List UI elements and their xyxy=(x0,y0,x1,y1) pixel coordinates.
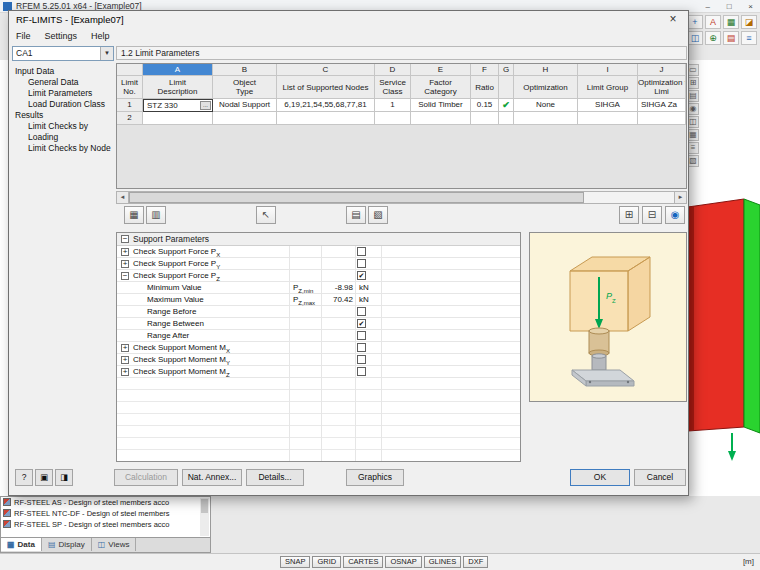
dxf-toggle[interactable]: DXF xyxy=(463,556,488,568)
checkbox[interactable] xyxy=(357,307,366,316)
column-letter-g[interactable]: G xyxy=(499,64,514,76)
module-scrollbar[interactable] xyxy=(200,498,209,536)
national-annex-button[interactable]: Nat. Annex... xyxy=(182,469,242,486)
column-letter-a[interactable]: A xyxy=(143,64,213,76)
tab-views[interactable]: ◫Views xyxy=(92,538,137,551)
maximize-button[interactable]: □ xyxy=(720,1,739,14)
cancel-button[interactable]: Cancel xyxy=(634,469,686,486)
checkbox-checked[interactable]: ✔ xyxy=(357,319,366,328)
column-letter-d[interactable]: D xyxy=(375,64,411,76)
details-button[interactable]: Details... xyxy=(246,469,304,486)
checkbox[interactable] xyxy=(357,355,366,364)
expand-toggle[interactable]: − xyxy=(121,235,129,243)
expand-toggle[interactable]: + xyxy=(121,260,129,268)
remove-limit-button[interactable]: ⊟ xyxy=(642,206,662,224)
chevron-down-icon[interactable]: ▼ xyxy=(100,47,113,60)
menu-help[interactable]: Help xyxy=(84,31,117,41)
empty-cell[interactable] xyxy=(277,112,375,125)
scrollbar-thumb[interactable] xyxy=(129,192,584,203)
nav-section-results[interactable]: Results xyxy=(11,110,115,121)
cell-optimization[interactable]: None xyxy=(514,99,578,112)
units-button[interactable]: ▣ xyxy=(35,469,53,486)
scroll-left-arrow[interactable]: ◄ xyxy=(117,192,129,203)
empty-cell[interactable] xyxy=(638,112,686,125)
dialog-titlebar[interactable]: RF-LIMITS - [Example07] xyxy=(9,11,688,29)
column-letter-h[interactable]: H xyxy=(514,64,578,76)
eye-icon[interactable]: ◉ xyxy=(665,206,685,224)
table-horizontal-scrollbar[interactable]: ◄ ► xyxy=(116,191,687,204)
checkbox-checked[interactable]: ✔ xyxy=(357,271,366,280)
empty-cell[interactable] xyxy=(375,112,411,125)
panel-icon[interactable]: ◫ xyxy=(687,31,703,45)
info-button[interactable]: ? xyxy=(15,469,33,486)
cell-ratio[interactable]: 0.15 xyxy=(471,99,499,112)
empty-cell[interactable] xyxy=(499,112,514,125)
empty-cell[interactable] xyxy=(578,112,638,125)
expand-toggle[interactable]: + xyxy=(121,368,129,376)
empty-cell[interactable] xyxy=(514,112,578,125)
empty-cell[interactable] xyxy=(471,112,499,125)
checkbox[interactable] xyxy=(357,331,366,340)
row-number[interactable]: 2 xyxy=(117,112,143,125)
value-field[interactable]: 70.42 xyxy=(323,294,353,305)
tab-data[interactable]: ▦Data xyxy=(1,538,42,551)
column-letter-f[interactable]: F xyxy=(471,64,499,76)
graphics-button[interactable]: Graphics xyxy=(346,469,404,486)
cell-limit-group[interactable]: SIHGA xyxy=(578,99,638,112)
nav-item-limit-checks-by-node[interactable]: Limit Checks by Node xyxy=(11,143,115,154)
empty-row-button[interactable]: ▥ xyxy=(146,206,166,224)
menu-settings[interactable]: Settings xyxy=(38,31,85,41)
nav-item-limit-checks-by-loading[interactable]: Limit Checks by Loading xyxy=(11,121,115,143)
module-list-item[interactable]: RF-STEEL SP - Design of steel members ac… xyxy=(3,520,210,530)
module-list-item[interactable]: RF-STEEL AS - Design of steel members ac… xyxy=(3,498,210,508)
module-list-item[interactable]: RF-STEEL NTC-DF - Design of steel member… xyxy=(3,509,210,519)
copy-row-button[interactable]: ▦ xyxy=(124,206,144,224)
column-letter-e[interactable]: E xyxy=(411,64,471,76)
row-number[interactable]: 1 xyxy=(117,99,143,112)
grid-icon[interactable]: ▦ xyxy=(723,15,739,29)
nav-item-limit-parameters[interactable]: Limit Parameters xyxy=(11,88,115,99)
nav-section-input-data[interactable]: Input Data xyxy=(11,66,115,77)
column-letter-b[interactable]: B xyxy=(213,64,277,76)
cartes-toggle[interactable]: CARTES xyxy=(343,556,383,568)
menu-file[interactable]: File xyxy=(9,31,38,41)
column-letter-i[interactable]: I xyxy=(578,64,638,76)
tab-display[interactable]: ▤Display xyxy=(42,538,92,551)
cell-object-type[interactable]: Nodal Support xyxy=(213,99,277,112)
toolbar-icon[interactable]: + xyxy=(687,15,703,29)
column-letter-j[interactable]: J xyxy=(638,64,686,76)
corner-cell[interactable] xyxy=(117,64,143,76)
checkbox[interactable] xyxy=(357,343,366,352)
checkbox[interactable] xyxy=(357,247,366,256)
case-selector[interactable]: CA1 ▼ xyxy=(12,46,114,61)
cell-limit-description[interactable]: STZ 330... xyxy=(143,99,213,112)
checkbox[interactable] xyxy=(357,259,366,268)
cell-service-class[interactable]: 1 xyxy=(375,99,411,112)
nav-item-load-duration-class[interactable]: Load Duration Class xyxy=(11,99,115,110)
glines-toggle[interactable]: GLINES xyxy=(424,556,462,568)
empty-cell[interactable] xyxy=(213,112,277,125)
expand-toggle[interactable]: + xyxy=(121,344,129,352)
collapse-toggle[interactable]: − xyxy=(121,272,129,280)
ok-button[interactable]: OK xyxy=(570,469,630,486)
minimize-button[interactable]: – xyxy=(698,1,717,14)
osnap-toggle[interactable]: OSNAP xyxy=(385,556,421,568)
pick-button[interactable]: ↖ xyxy=(256,206,276,224)
cell-optimization-from[interactable]: SIHGA Za xyxy=(638,99,686,112)
scrollbar-thumb[interactable] xyxy=(201,499,208,513)
font-icon[interactable]: A xyxy=(705,15,721,29)
table-icon[interactable]: ▤ xyxy=(723,31,739,45)
import-table-button[interactable]: ▧ xyxy=(368,206,388,224)
empty-cell[interactable] xyxy=(411,112,471,125)
expand-toggle[interactable]: + xyxy=(121,356,129,364)
scroll-right-arrow[interactable]: ► xyxy=(674,192,686,203)
cell-factor-category[interactable]: Solid Timber xyxy=(411,99,471,112)
edit-icon[interactable]: ◪ xyxy=(741,15,757,29)
panel-toggle-button[interactable]: ◨ xyxy=(55,469,73,486)
dialog-close-button[interactable]: × xyxy=(658,11,688,29)
column-letter-c[interactable]: C xyxy=(277,64,375,76)
snap-toggle[interactable]: SNAP xyxy=(280,556,310,568)
nav-item-general-data[interactable]: General Data xyxy=(11,77,115,88)
list-icon[interactable]: ≡ xyxy=(741,31,757,45)
add-limit-button[interactable]: ⊞ xyxy=(619,206,639,224)
